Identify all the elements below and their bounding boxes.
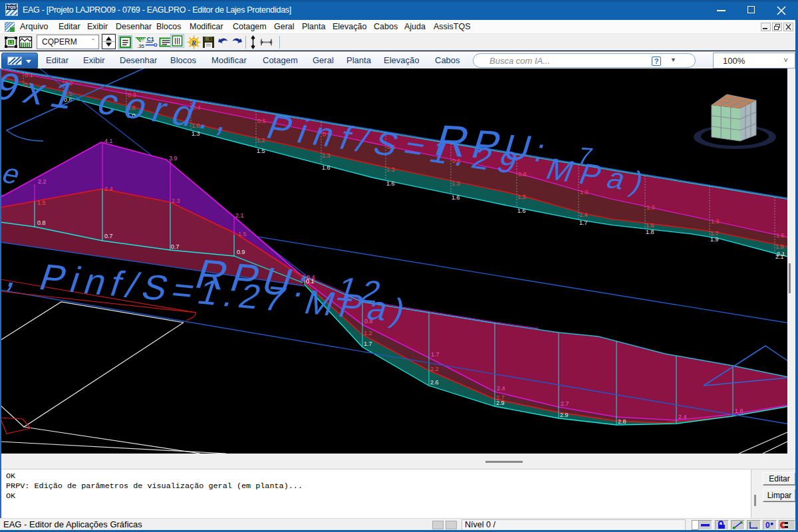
svg-text:L1: L1 xyxy=(9,40,14,45)
svg-text:4.1: 4.1 xyxy=(104,138,113,144)
svg-text:RPU: 7: RPU: 7 xyxy=(430,116,606,174)
svg-text:R: R xyxy=(191,39,196,47)
svg-text:1.2: 1.2 xyxy=(364,330,372,336)
svg-text:1.8: 1.8 xyxy=(735,408,743,414)
svg-text:1.6: 1.6 xyxy=(322,164,331,171)
svg-text:1.3: 1.3 xyxy=(711,218,720,225)
svg-text:1.9: 1.9 xyxy=(710,236,719,243)
svg-text:1.3: 1.3 xyxy=(386,166,395,173)
svg-text:C1: C1 xyxy=(147,36,154,43)
svg-text:1.6: 1.6 xyxy=(646,222,654,229)
svg-text:2.4: 2.4 xyxy=(104,186,113,192)
svg-text:1.4: 1.4 xyxy=(579,211,588,218)
svg-text:1.5: 1.5 xyxy=(257,148,265,154)
svg-text:e: e xyxy=(0,158,25,190)
svg-text:.35: .35 xyxy=(137,43,145,49)
svg-text:2.7: 2.7 xyxy=(561,400,569,407)
svg-text:2.6: 2.6 xyxy=(430,379,439,386)
svg-text:1.8: 1.8 xyxy=(646,229,654,235)
svg-text:1.6: 1.6 xyxy=(386,180,395,187)
svg-text:1.7: 1.7 xyxy=(364,340,372,347)
svg-text:1.3: 1.3 xyxy=(517,194,526,200)
svg-text:0.7: 0.7 xyxy=(104,233,113,239)
svg-text:0.7: 0.7 xyxy=(171,243,180,250)
svg-text:1.6: 1.6 xyxy=(452,194,460,201)
svg-text:2.4: 2.4 xyxy=(497,385,505,392)
svg-text:1.5: 1.5 xyxy=(238,231,247,237)
svg-text:1.5: 1.5 xyxy=(776,232,785,239)
svg-text:2.4: 2.4 xyxy=(678,414,687,420)
svg-text:1.7: 1.7 xyxy=(579,219,588,226)
svg-text:2.2: 2.2 xyxy=(38,178,47,185)
svg-text:2.1: 2.1 xyxy=(235,212,244,219)
svg-text:2.2: 2.2 xyxy=(430,366,439,372)
svg-text:1.3: 1.3 xyxy=(646,204,655,211)
svg-text:3.9: 3.9 xyxy=(169,155,178,162)
svg-text:1.3: 1.3 xyxy=(452,180,460,187)
svg-text:1.7: 1.7 xyxy=(431,351,440,358)
svg-text:0.8: 0.8 xyxy=(37,219,46,226)
svg-text:2.9: 2.9 xyxy=(496,400,505,406)
svg-text:1.6: 1.6 xyxy=(517,207,526,214)
svg-text:2.1: 2.1 xyxy=(777,251,785,257)
svg-text:2.9: 2.9 xyxy=(560,412,569,418)
svg-text:2.3: 2.3 xyxy=(172,198,180,204)
svg-text:0: 0 xyxy=(765,521,770,529)
svg-text:1.5: 1.5 xyxy=(37,200,46,206)
svg-text:2.8: 2.8 xyxy=(618,418,626,425)
svg-text:1.9: 1.9 xyxy=(775,243,784,250)
